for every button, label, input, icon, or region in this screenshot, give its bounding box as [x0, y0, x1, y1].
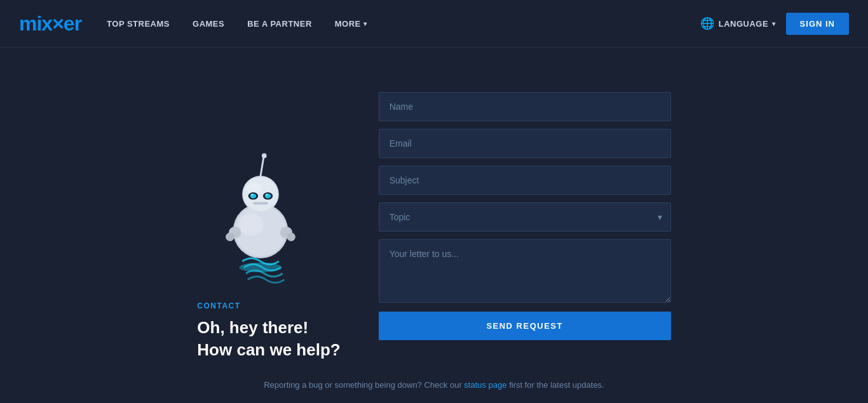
status-page-link[interactable]: status page [464, 380, 506, 390]
svg-point-10 [243, 177, 278, 211]
robot-container [197, 130, 324, 289]
send-request-button[interactable]: SEND REQUEST [379, 312, 671, 340]
language-button[interactable]: 🌐 LANGUAGE ▾ [700, 17, 775, 30]
topic-select[interactable]: Topic Technical Support Billing Partners… [379, 202, 671, 232]
svg-point-3 [240, 214, 264, 236]
contact-heading: Oh, hey there! How can we help? [197, 317, 340, 361]
nav-links: TOP STREAMS GAMES BE A PARTNER MORE ▾ [107, 19, 700, 29]
language-label: LANGUAGE [719, 19, 768, 29]
signin-button[interactable]: SIGN IN [786, 13, 849, 35]
svg-point-7 [287, 233, 295, 241]
svg-point-5 [226, 233, 234, 241]
message-textarea[interactable] [379, 239, 671, 303]
language-chevron-icon: ▾ [772, 20, 776, 27]
main-content: CONTACT Oh, hey there! How can we help? … [0, 48, 868, 374]
footer: Reporting a bug or something being down?… [0, 374, 868, 399]
navbar: mix×er TOP STREAMS GAMES BE A PARTNER MO… [0, 0, 868, 48]
footer-text-after: first for the latest updates. [507, 380, 604, 390]
robot-illustration [197, 130, 324, 289]
nav-top-streams[interactable]: TOP STREAMS [107, 19, 170, 29]
topic-select-wrapper: Topic Technical Support Billing Partners… [379, 202, 671, 232]
svg-point-16 [251, 194, 254, 195]
logo-mix: mix [19, 12, 52, 35]
nav-games[interactable]: GAMES [193, 19, 224, 29]
email-input[interactable] [379, 129, 671, 158]
name-input[interactable] [379, 92, 671, 121]
svg-point-19 [262, 154, 267, 159]
language-icon: 🌐 [700, 17, 715, 30]
svg-rect-20 [254, 202, 268, 204]
nav-more[interactable]: MORE ▾ [335, 19, 367, 29]
footer-text-before: Reporting a bug or something being down?… [264, 380, 464, 390]
nav-more-label: MORE [335, 19, 361, 29]
heading-line2: How can we help? [197, 340, 340, 359]
left-panel: CONTACT Oh, hey there! How can we help? [197, 130, 340, 361]
subject-input[interactable] [379, 166, 671, 195]
logo-x: × [52, 12, 64, 35]
contact-label: CONTACT [197, 301, 240, 310]
svg-line-18 [261, 157, 264, 176]
logo-er: er [64, 12, 81, 35]
heading-line1: Oh, hey there! [197, 318, 308, 337]
nav-right: 🌐 LANGUAGE ▾ SIGN IN [700, 13, 849, 35]
nav-be-a-partner[interactable]: BE A PARTNER [247, 19, 312, 29]
logo[interactable]: mix×er [19, 12, 81, 36]
svg-point-17 [266, 194, 268, 195]
contact-form: Topic Technical Support Billing Partners… [379, 92, 671, 340]
chevron-down-icon: ▾ [363, 20, 367, 27]
